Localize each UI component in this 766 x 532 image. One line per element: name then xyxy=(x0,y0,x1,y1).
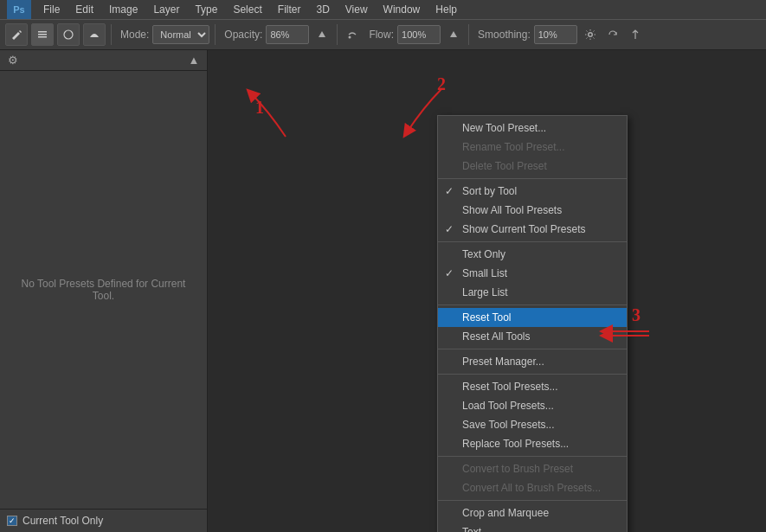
menu-view[interactable]: View xyxy=(338,2,375,17)
opacity-toggle-btn[interactable] xyxy=(312,25,332,44)
menu-convert-all-to-brush-presets: Convert All to Brush Presets... xyxy=(438,478,627,497)
svg-marker-4 xyxy=(319,31,325,37)
flow-label: Flow: xyxy=(369,29,394,41)
svg-marker-6 xyxy=(450,31,457,37)
brush-settings-btn[interactable] xyxy=(83,23,106,46)
menu-section-1: New Tool Preset... Rename Tool Preset...… xyxy=(438,116,627,179)
menu-delete-tool-preset: Delete Tool Preset xyxy=(438,157,627,176)
mode-label: Mode: xyxy=(120,29,149,41)
menu-rename-tool-preset: Rename Tool Preset... xyxy=(438,138,627,157)
panel-empty-message: No Tool Presets Defined for Current Tool… xyxy=(0,71,207,509)
menu-convert-to-brush-preset: Convert to Brush Preset xyxy=(438,459,627,478)
menu-section-4: Reset Tool Reset All Tools xyxy=(438,305,627,349)
menu-reset-tool-presets[interactable]: Reset Tool Presets... xyxy=(438,377,627,396)
menu-window[interactable]: Window xyxy=(377,2,428,17)
menu-layer[interactable]: Layer xyxy=(146,2,186,17)
menu-type[interactable]: Type xyxy=(188,2,224,17)
menu-bar: Ps File Edit Image Layer Type Select Fil… xyxy=(0,0,766,19)
divider-3 xyxy=(337,24,338,45)
options-toolbar: Mode: Normal Opacity: 86% Flow: 100% Smo… xyxy=(0,19,766,50)
menu-load-tool-presets[interactable]: Load Tool Presets... xyxy=(438,396,627,415)
menu-save-tool-presets[interactable]: Save Tool Presets... xyxy=(438,415,627,434)
menu-file[interactable]: File xyxy=(36,2,67,17)
menu-preset-manager[interactable]: Preset Manager... xyxy=(438,352,627,371)
opacity-value[interactable]: 86% xyxy=(266,25,309,44)
smoothing-value[interactable]: 10% xyxy=(534,25,577,44)
menu-section-6: Reset Tool Presets... Load Tool Presets.… xyxy=(438,375,627,457)
brush-tool-btn[interactable] xyxy=(5,23,28,46)
annotation-label-1: 1 xyxy=(255,98,264,118)
current-tool-only-label: Current Tool Only xyxy=(23,515,103,527)
svg-point-5 xyxy=(349,36,351,39)
menu-show-current-tool-presets[interactable]: ✓ Show Current Tool Presets xyxy=(438,220,627,239)
menu-section-2: ✓ Sort by Tool Show All Tool Presets ✓ S… xyxy=(438,179,627,242)
svg-rect-0 xyxy=(38,31,47,33)
panel-footer: ✓ Current Tool Only xyxy=(0,509,207,532)
annotation-label-2: 2 xyxy=(437,74,446,94)
menu-3d[interactable]: 3D xyxy=(309,2,336,17)
svg-point-3 xyxy=(64,30,73,39)
menu-reset-all-tools[interactable]: Reset All Tools xyxy=(438,327,627,346)
divider-1 xyxy=(111,24,112,45)
tool-preset-btn[interactable] xyxy=(31,23,54,46)
menu-select[interactable]: Select xyxy=(226,2,268,17)
smoothing-label: Smoothing: xyxy=(478,29,531,41)
annotation-label-3: 3 xyxy=(632,305,640,325)
panel-gear-icon[interactable]: ⚙ xyxy=(5,53,21,68)
menu-reset-tool[interactable]: Reset Tool xyxy=(438,308,627,327)
menu-large-list[interactable]: Large List xyxy=(438,283,627,302)
annotation-arrow-1 xyxy=(216,76,355,145)
tool-presets-panel: ⚙ ▲ No Tool Presets Defined for Current … xyxy=(0,50,208,532)
symmetry-icon[interactable] xyxy=(626,25,645,44)
opacity-label: Opacity: xyxy=(224,29,262,41)
current-tool-only-checkbox[interactable]: ✓ xyxy=(7,516,17,526)
main-area: ⚙ ▲ No Tool Presets Defined for Current … xyxy=(0,50,766,532)
rotation-icon[interactable] xyxy=(603,25,622,44)
menu-filter[interactable]: Filter xyxy=(271,2,308,17)
divider-2 xyxy=(215,24,216,45)
menu-section-5: Preset Manager... xyxy=(438,349,627,375)
menu-small-list[interactable]: ✓ Small List xyxy=(438,264,627,283)
divider-4 xyxy=(468,24,469,45)
settings-icon[interactable] xyxy=(581,25,600,44)
flow-toggle-btn[interactable] xyxy=(444,25,463,44)
svg-rect-2 xyxy=(38,36,47,38)
menu-section-7: Convert to Brush Preset Convert All to B… xyxy=(438,457,627,501)
menu-crop-and-marquee[interactable]: Crop and Marquee xyxy=(438,503,627,522)
mode-select[interactable]: Normal xyxy=(152,25,209,44)
menu-sort-by-tool[interactable]: ✓ Sort by Tool xyxy=(438,182,627,201)
menu-text[interactable]: Text xyxy=(438,522,627,532)
menu-replace-tool-presets[interactable]: Replace Tool Presets... xyxy=(438,434,627,453)
menu-section-3: Text Only ✓ Small List Large List xyxy=(438,242,627,305)
menu-help[interactable]: Help xyxy=(428,2,464,17)
menu-image[interactable]: Image xyxy=(102,2,145,17)
menu-edit[interactable]: Edit xyxy=(68,2,100,17)
menu-section-8: Crop and Marquee Text xyxy=(438,501,627,532)
panel-header: ⚙ ▲ xyxy=(0,50,207,71)
menu-show-all-tool-presets[interactable]: Show All Tool Presets xyxy=(438,201,627,220)
flow-value[interactable]: 100% xyxy=(397,25,441,44)
svg-rect-1 xyxy=(38,34,47,35)
panel-add-icon[interactable]: ▲ xyxy=(186,53,202,68)
airbrush-icon[interactable] xyxy=(343,25,362,44)
brush-preset-btn[interactable] xyxy=(57,23,80,46)
menu-text-only[interactable]: Text Only xyxy=(438,245,627,264)
context-menu: New Tool Preset... Rename Tool Preset...… xyxy=(437,115,628,532)
menu-new-tool-preset[interactable]: New Tool Preset... xyxy=(438,119,627,138)
canvas-area: New Tool Preset... Rename Tool Preset...… xyxy=(208,50,766,532)
ps-logo: Ps xyxy=(7,0,31,19)
